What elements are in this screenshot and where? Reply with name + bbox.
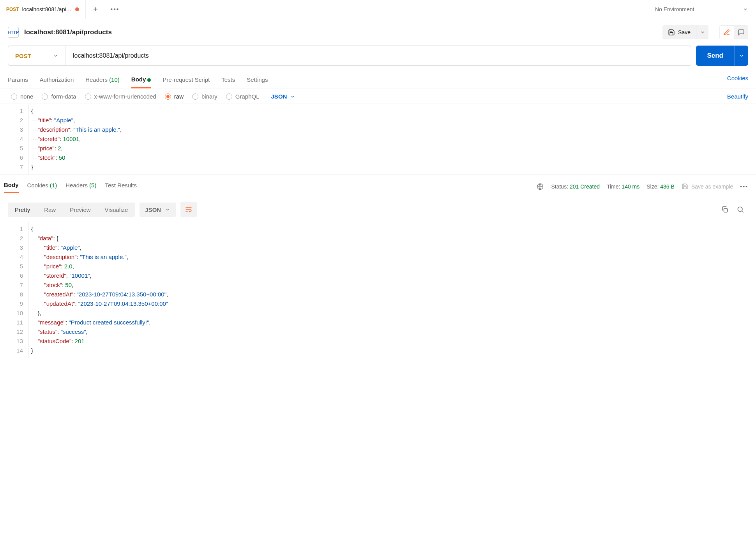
radio-icon bbox=[192, 93, 198, 100]
send-button[interactable]: Send bbox=[696, 46, 734, 66]
chevron-down-icon bbox=[53, 53, 58, 58]
size-meta: Size: 436 B bbox=[646, 183, 675, 190]
resp-tab-cookies[interactable]: Cookies (1) bbox=[27, 180, 57, 192]
pencil-icon bbox=[723, 29, 730, 36]
request-title: localhost:8081/api/products bbox=[24, 28, 657, 36]
wrap-lines-button[interactable] bbox=[180, 202, 197, 217]
save-disk-icon bbox=[668, 29, 675, 36]
search-response-button[interactable] bbox=[733, 202, 748, 217]
response-body-viewer[interactable]: 1234567891011121314 { "data": { "title":… bbox=[0, 222, 756, 358]
tab-settings[interactable]: Settings bbox=[247, 73, 268, 88]
resp-tab-testresults[interactable]: Test Results bbox=[105, 180, 137, 192]
radio-icon bbox=[11, 93, 17, 100]
comment-icon bbox=[738, 29, 745, 36]
tab-authorization[interactable]: Authorization bbox=[40, 73, 74, 88]
body-format-selector[interactable]: JSON bbox=[271, 93, 296, 100]
copy-response-button[interactable] bbox=[717, 202, 733, 217]
status-meta: Status: 201 Created bbox=[551, 183, 600, 190]
copy-icon bbox=[721, 206, 729, 213]
send-options-button[interactable] bbox=[734, 46, 748, 66]
edit-button[interactable] bbox=[720, 26, 734, 39]
environment-label: No Environment bbox=[655, 6, 694, 12]
time-meta: Time: 140 ms bbox=[607, 183, 639, 190]
resp-tab-body[interactable]: Body bbox=[4, 180, 19, 193]
chevron-down-icon bbox=[290, 94, 295, 99]
save-as-example-button[interactable]: Save as example bbox=[682, 183, 733, 190]
beautify-button[interactable]: Beautify bbox=[727, 93, 748, 100]
method-selector[interactable]: POST bbox=[8, 46, 66, 65]
view-visualize[interactable]: Visualize bbox=[98, 203, 135, 217]
resp-tab-headers[interactable]: Headers (5) bbox=[65, 180, 96, 192]
globe-icon[interactable] bbox=[536, 183, 544, 190]
view-preview[interactable]: Preview bbox=[63, 203, 97, 217]
tab-tests[interactable]: Tests bbox=[221, 73, 235, 88]
response-format-selector[interactable]: JSON bbox=[140, 203, 176, 217]
response-body-code: { "data": { "title": "Apple", "descripti… bbox=[29, 222, 756, 358]
unsaved-dot-icon bbox=[75, 7, 79, 11]
tab-prerequest-script[interactable]: Pre-request Script bbox=[163, 73, 210, 88]
comments-button[interactable] bbox=[734, 26, 748, 39]
tab-overflow-button[interactable]: ••• bbox=[105, 0, 125, 19]
url-input[interactable] bbox=[66, 52, 691, 59]
search-icon bbox=[737, 206, 744, 213]
body-type-graphql[interactable]: GraphQL bbox=[226, 93, 260, 100]
tab-params[interactable]: Params bbox=[8, 73, 28, 88]
tab-body[interactable]: Body bbox=[131, 73, 151, 88]
tab-headers[interactable]: Headers (10) bbox=[85, 73, 120, 88]
method-value: POST bbox=[15, 53, 31, 59]
body-type-none[interactable]: none bbox=[11, 93, 33, 100]
svg-rect-1 bbox=[724, 209, 728, 212]
radio-icon bbox=[165, 93, 171, 100]
chevron-down-icon bbox=[700, 30, 705, 35]
request-tab[interactable]: POST localhost:8081/api/pro bbox=[0, 0, 86, 19]
save-options-button[interactable] bbox=[696, 25, 708, 39]
body-active-dot-icon bbox=[147, 78, 151, 82]
body-type-binary[interactable]: binary bbox=[192, 93, 217, 100]
radio-icon bbox=[85, 93, 91, 100]
view-pretty[interactable]: Pretty bbox=[8, 203, 37, 217]
view-raw[interactable]: Raw bbox=[37, 203, 63, 217]
request-body-code: {····"title":·"Apple",····"description":… bbox=[29, 104, 756, 174]
chevron-down-icon bbox=[739, 53, 744, 58]
body-type-formdata[interactable]: form-data bbox=[42, 93, 76, 100]
new-tab-button[interactable]: + bbox=[86, 0, 105, 19]
http-method-icon: HTTP bbox=[8, 27, 19, 38]
radio-icon bbox=[42, 93, 48, 100]
wrap-icon bbox=[185, 206, 193, 213]
save-label: Save bbox=[678, 29, 691, 35]
response-more-button[interactable]: ••• bbox=[740, 183, 748, 190]
request-body-editor[interactable]: 1234567 {····"title":·"Apple",····"descr… bbox=[0, 104, 756, 175]
tab-title: localhost:8081/api/pro bbox=[22, 6, 72, 12]
svg-point-2 bbox=[738, 207, 742, 212]
tab-method-badge: POST bbox=[6, 7, 19, 12]
body-type-xwwwform[interactable]: x-www-form-urlencoded bbox=[85, 93, 156, 100]
radio-icon bbox=[226, 93, 232, 100]
environment-selector[interactable]: No Environment bbox=[647, 0, 756, 19]
chevron-down-icon bbox=[165, 207, 170, 212]
save-button[interactable]: Save bbox=[662, 25, 696, 39]
cookies-link[interactable]: Cookies bbox=[727, 75, 748, 86]
chevron-down-icon bbox=[743, 7, 748, 12]
save-disk-icon bbox=[682, 183, 688, 190]
body-type-raw[interactable]: raw bbox=[165, 93, 184, 100]
